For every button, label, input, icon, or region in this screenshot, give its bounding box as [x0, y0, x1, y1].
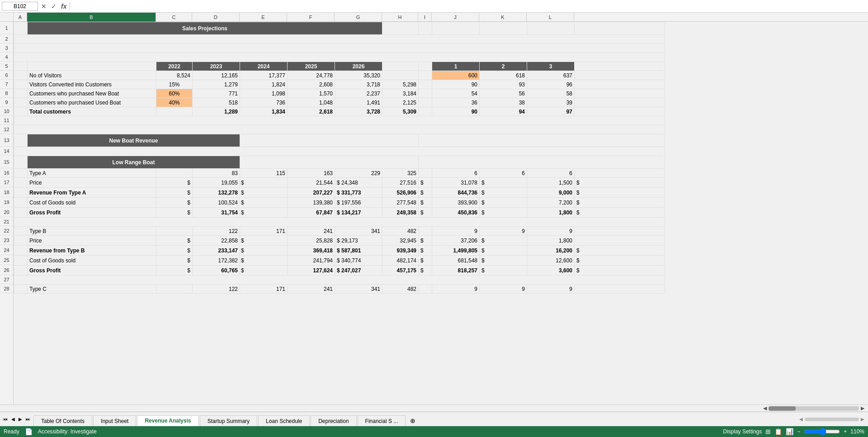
tab-nav-last[interactable]: ⏭ — [24, 417, 32, 422]
cell-extra8 — [575, 89, 665, 98]
cell-b6: No of Visitors — [28, 71, 156, 80]
tab-financial-s[interactable]: Financial S ... — [358, 415, 406, 426]
tab-nav-next[interactable]: ▶ — [17, 417, 24, 422]
col-header-i[interactable]: I — [418, 13, 432, 22]
row-num-23[interactable]: 23 — [0, 235, 13, 245]
cell-d16: 83 — [193, 169, 240, 178]
cell-f16: 163 — [288, 169, 335, 178]
tab-startup-summary[interactable]: Startup Summary — [200, 415, 257, 426]
zoom-in-icon[interactable]: + — [844, 428, 847, 435]
col-header-c[interactable]: C — [156, 13, 192, 22]
cell-a13 — [14, 134, 28, 147]
row-num-7[interactable]: 7 — [0, 80, 13, 89]
row-num-3[interactable]: 3 — [0, 43, 13, 52]
tab-input-sheet[interactable]: Input Sheet — [93, 415, 136, 426]
row-num-21[interactable]: 21 — [0, 217, 13, 226]
row-num-14[interactable]: 14 — [0, 147, 13, 156]
cell-c18: $ — [156, 188, 193, 198]
row-num-6[interactable]: 6 — [0, 71, 13, 80]
col-header-j[interactable]: J — [432, 13, 479, 22]
cell-i17: $ — [419, 178, 432, 188]
tab-depreciation[interactable]: Depreciation — [311, 415, 356, 426]
tab-scroll-right[interactable]: ▶ — [861, 417, 864, 422]
page-layout-view-icon[interactable]: 📋 — [774, 428, 782, 435]
cell-e24-dollar: $ — [240, 246, 288, 256]
row-num-13[interactable]: 13 — [0, 134, 13, 147]
row-num-9[interactable]: 9 — [0, 98, 13, 107]
zoom-slider[interactable] — [804, 428, 840, 435]
row-num-18[interactable]: 18 — [0, 187, 13, 197]
page-layout-icon[interactable]: 📄 — [25, 428, 33, 435]
cell-extra20: $ — [575, 208, 665, 218]
cell-i16 — [419, 169, 432, 178]
row-num-10[interactable]: 10 — [0, 107, 13, 116]
accessibility-label[interactable]: Accessibility: Investigate — [38, 428, 97, 435]
col-header-a[interactable]: A — [14, 13, 27, 22]
horizontal-scrollbar[interactable]: ◀ ▶ — [0, 404, 868, 412]
col-header-f[interactable]: F — [287, 13, 335, 22]
row-num-11[interactable]: 11 — [0, 116, 13, 125]
row-num-1[interactable]: 1 — [0, 22, 13, 34]
cell-l23: 1,800 — [527, 236, 575, 246]
col-header-k[interactable]: K — [479, 13, 527, 22]
cell-g24: $ 587,801 — [335, 246, 382, 256]
formula-input[interactable] — [72, 2, 866, 10]
row-num-12[interactable]: 12 — [0, 125, 13, 134]
cell-j22: 9 — [432, 227, 480, 236]
tab-add-button[interactable]: ⊕ — [406, 415, 419, 426]
row-num-16[interactable]: 16 — [0, 168, 13, 177]
col-header-l[interactable]: L — [527, 13, 574, 22]
col-header-g[interactable]: G — [335, 13, 382, 22]
col-header-e[interactable]: E — [240, 13, 287, 22]
col-header-b[interactable]: B — [27, 13, 156, 22]
scroll-left-icon[interactable]: ◀ — [763, 405, 767, 411]
tab-revenue-analysis[interactable]: Revenue Analysis — [137, 415, 198, 426]
tab-scroll-left[interactable]: ◀ — [799, 417, 803, 422]
cell-b17: Price — [28, 178, 156, 188]
cell-j23: 37,206 — [432, 236, 480, 246]
tab-nav-prev[interactable]: ◀ — [10, 417, 16, 422]
cell-h23: 32,945 — [382, 236, 419, 246]
row-num-15[interactable]: 15 — [0, 156, 13, 168]
cell-a28 — [14, 285, 28, 294]
tab-loan-schedule[interactable]: Loan Schedule — [258, 415, 310, 426]
display-settings-label[interactable]: Display Settings — [723, 428, 762, 435]
col-header-h[interactable]: H — [382, 13, 418, 22]
cell-k28: 9 — [480, 285, 527, 294]
cell-extra16 — [575, 169, 665, 178]
row-num-5[interactable]: 5 — [0, 62, 13, 71]
scroll-right-icon[interactable]: ▶ — [861, 405, 864, 411]
row-num-8[interactable]: 8 — [0, 89, 13, 98]
row-num-27[interactable]: 27 — [0, 275, 13, 284]
row-num-4[interactable]: 4 — [0, 52, 13, 62]
cell-k24: $ — [480, 246, 527, 256]
cell-l8: 58 — [527, 89, 575, 98]
tab-nav-first[interactable]: ⏮ — [2, 417, 9, 422]
zoom-out-icon[interactable]: − — [797, 428, 800, 435]
cancel-icon[interactable]: ✕ — [40, 3, 48, 10]
normal-view-icon[interactable]: ⊞ — [765, 428, 771, 435]
col-header-d[interactable]: D — [192, 13, 240, 22]
tab-scroll-track[interactable] — [805, 418, 859, 421]
tab-table-of-contents[interactable]: Table Of Contents — [33, 415, 92, 426]
row-num-28[interactable]: 28 — [0, 284, 13, 293]
cell-l10: 97 — [527, 107, 575, 116]
row-num-26[interactable]: 26 — [0, 265, 13, 275]
scroll-track[interactable] — [769, 406, 859, 411]
row-num-2[interactable]: 2 — [0, 34, 13, 43]
cell-i15 — [419, 156, 665, 169]
cell-c23: $ — [156, 236, 193, 246]
insert-function-icon[interactable]: fx — [60, 3, 68, 10]
cell-k18: $ — [480, 188, 527, 198]
row-num-24[interactable]: 24 — [0, 245, 13, 255]
confirm-icon[interactable]: ✓ — [50, 3, 58, 10]
scroll-thumb[interactable] — [769, 406, 796, 411]
page-break-view-icon[interactable]: 📊 — [786, 428, 793, 435]
row-num-20[interactable]: 20 — [0, 207, 13, 217]
row-num-19[interactable]: 19 — [0, 197, 13, 207]
row-num-17[interactable]: 17 — [0, 177, 13, 187]
cell-ref-input[interactable]: B102 — [2, 2, 38, 11]
row-num-22[interactable]: 22 — [0, 226, 13, 235]
cell-b23: Price — [28, 236, 156, 246]
row-num-25[interactable]: 25 — [0, 255, 13, 265]
